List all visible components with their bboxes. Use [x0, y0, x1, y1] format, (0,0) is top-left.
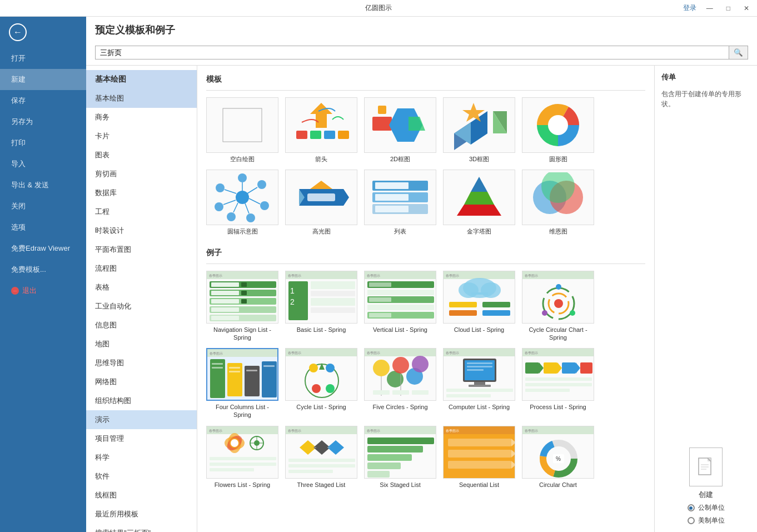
- template-mindmap[interactable]: 圆辐示意图: [206, 170, 278, 235]
- category-item-org[interactable]: 组织结构图: [86, 391, 197, 410]
- category-item-basic[interactable]: 基本绘图: [86, 89, 197, 108]
- category-item-wireframe[interactable]: 线框图: [86, 486, 197, 505]
- imperial-unit-radio[interactable]: 美制单位: [688, 516, 725, 525]
- category-item-search-results[interactable]: 搜索结果"三折页": [86, 524, 197, 532]
- template-label-2d: 2D框图: [390, 155, 410, 163]
- template-pyramid[interactable]: 金字塔图: [443, 170, 515, 235]
- category-item-db[interactable]: 数据库: [86, 183, 197, 202]
- metric-unit-radio[interactable]: 公制单位: [688, 503, 725, 513]
- example-vertical-list[interactable]: 春季图示: [364, 271, 436, 342]
- category-item-table[interactable]: 表格: [86, 278, 197, 297]
- svg-text:春季图示: 春季图示: [209, 429, 222, 432]
- example-flowers-list[interactable]: 春季图示: [206, 426, 278, 489]
- svg-rect-168: [210, 463, 276, 466]
- imperial-radio-indicator: [688, 517, 695, 524]
- category-item-clip[interactable]: 剪切画: [86, 165, 197, 183]
- category-item-map[interactable]: 地图: [86, 335, 197, 354]
- sidebar-item-new[interactable]: 新建: [0, 69, 86, 90]
- sidebar-item-exit[interactable]: − 退出: [0, 280, 86, 301]
- right-panel-description: 包含用于创建传单的专用形状。: [661, 89, 750, 109]
- svg-point-126: [392, 357, 409, 374]
- template-3d[interactable]: 3D框图: [443, 97, 515, 163]
- svg-line-32: [225, 190, 236, 193]
- three-staged-svg: 春季图示: [286, 426, 357, 479]
- category-panel: 基本绘图 基本绘图 商务 卡片 图表 剪切画 数据库 工程 时装设计 平面布置图…: [86, 66, 197, 532]
- example-nav-sign[interactable]: 春季图示: [206, 271, 278, 342]
- 2d-svg: [367, 100, 434, 150]
- svg-point-87: [459, 282, 479, 298]
- template-blank[interactable]: 空白绘图: [206, 97, 278, 163]
- minimize-button[interactable]: —: [703, 3, 716, 13]
- svg-rect-139: [469, 385, 491, 387]
- category-item-mindmap[interactable]: 思维导图: [86, 354, 197, 372]
- sidebar-item-options[interactable]: 选项: [0, 217, 86, 238]
- template-venn[interactable]: 维恩图: [522, 170, 594, 235]
- close-button[interactable]: ✕: [740, 3, 753, 13]
- example-sequential-list[interactable]: 春季图示 Sequential List: [443, 426, 515, 489]
- sidebar-item-export[interactable]: 导出 & 发送: [0, 175, 86, 196]
- category-item-chart[interactable]: 图表: [86, 146, 197, 165]
- create-button-area: 创建 公制单位 美制单位: [661, 448, 750, 525]
- svg-rect-183: [367, 446, 423, 453]
- search-input[interactable]: [96, 46, 729, 59]
- category-item-industry[interactable]: 工业自动化: [86, 297, 197, 316]
- category-item-recent[interactable]: 最近所用模板: [86, 505, 197, 524]
- category-item-network[interactable]: 网络图: [86, 372, 197, 391]
- svg-rect-0: [223, 108, 262, 142]
- sidebar-item-free-templates[interactable]: 免费模板...: [0, 259, 86, 280]
- category-item-floor[interactable]: 平面布置图: [86, 240, 197, 259]
- sidebar-item-print[interactable]: 打印: [0, 132, 86, 153]
- template-grid: 空白绘图: [206, 97, 645, 236]
- maximize-button[interactable]: □: [723, 3, 734, 13]
- example-circular-chart[interactable]: 春季图示 %: [522, 426, 594, 489]
- category-item-fashion[interactable]: 时装设计: [86, 221, 197, 240]
- template-circle[interactable]: 圆形图: [522, 97, 594, 163]
- sidebar-item-viewer[interactable]: 免费Edraw Viewer: [0, 238, 86, 259]
- example-label-five-circles: Five Circles - Spring: [372, 403, 427, 411]
- create-icon[interactable]: [689, 448, 723, 486]
- example-computer-list[interactable]: 春季图示: [443, 348, 515, 419]
- svg-text:春季图示: 春季图示: [367, 274, 380, 277]
- category-item-eng[interactable]: 工程: [86, 202, 197, 221]
- template-list[interactable]: 列表: [364, 170, 436, 235]
- example-cloud-list[interactable]: 春季图示: [443, 271, 515, 342]
- category-item-software[interactable]: 软件: [86, 467, 197, 486]
- template-highlight[interactable]: 高光图: [285, 170, 357, 235]
- sidebar-item-close[interactable]: 关闭: [0, 196, 86, 217]
- svg-rect-144: [467, 369, 484, 371]
- category-item-info[interactable]: 信息图: [86, 316, 197, 335]
- sidebar-item-open[interactable]: 打开: [0, 48, 86, 69]
- category-item-science[interactable]: 科学: [86, 448, 197, 467]
- example-basic-list[interactable]: 春季图示 1 2 Basic List - S: [285, 271, 357, 342]
- flowers-list-svg: 春季图示: [207, 426, 278, 479]
- sidebar-item-saveas[interactable]: 另存为: [0, 111, 86, 132]
- category-item-card[interactable]: 卡片: [86, 127, 197, 146]
- svg-rect-71: [311, 307, 355, 313]
- svg-point-19: [238, 173, 247, 182]
- example-three-staged[interactable]: 春季图示: [285, 426, 357, 489]
- example-cycle-list[interactable]: 春季图示 Cycle List - Spr: [285, 348, 357, 419]
- computer-list-svg: 春季图示: [444, 349, 515, 401]
- template-2d[interactable]: 2D框图: [364, 97, 436, 163]
- sidebar-item-save[interactable]: 保存: [0, 90, 86, 111]
- svg-text:春季图示: 春季图示: [446, 274, 459, 277]
- example-process-list[interactable]: 春季图示: [522, 348, 594, 419]
- category-item-flow[interactable]: 流程图: [86, 259, 197, 278]
- example-cycle-circular[interactable]: 春季图示: [522, 271, 594, 342]
- svg-rect-79: [367, 305, 434, 310]
- category-item-business[interactable]: 商务: [86, 108, 197, 127]
- sidebar-item-import[interactable]: 导入: [0, 153, 86, 175]
- svg-rect-90: [449, 302, 477, 307]
- login-button[interactable]: 登录: [683, 3, 696, 13]
- example-five-circles[interactable]: 春季图示: [364, 348, 436, 419]
- category-item-project[interactable]: 项目管理: [86, 429, 197, 448]
- example-six-staged[interactable]: 春季图示 Six Staged List: [364, 426, 436, 489]
- category-item-presentation[interactable]: 演示: [86, 410, 197, 429]
- svg-rect-82: [369, 297, 391, 302]
- example-four-columns[interactable]: 春季图示: [206, 348, 278, 419]
- sidebar-menu: 打开 新建 保存 另存为 打印 导入 导出 & 发送 关闭 选项 免费Edraw…: [0, 48, 86, 532]
- back-button[interactable]: ←: [9, 23, 27, 41]
- search-button[interactable]: 🔍: [729, 46, 748, 59]
- create-label[interactable]: 创建: [699, 490, 713, 500]
- template-arrow[interactable]: 箭头: [285, 97, 357, 163]
